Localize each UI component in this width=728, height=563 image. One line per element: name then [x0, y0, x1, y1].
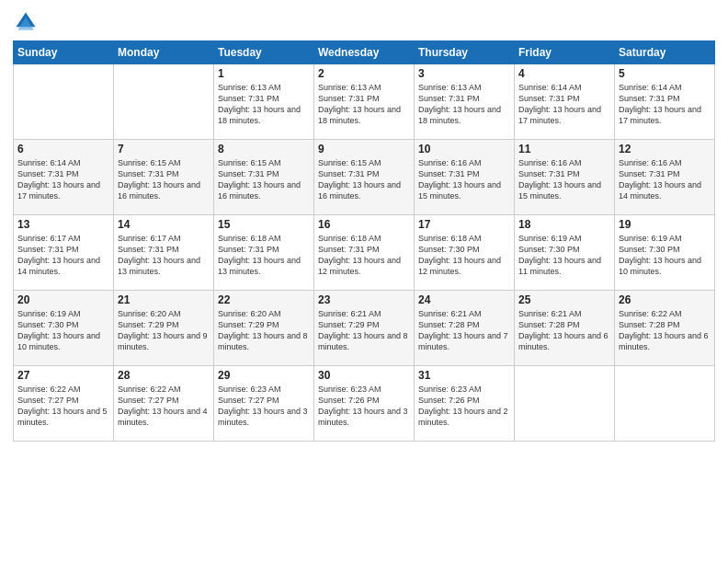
day-info: Sunrise: 6:23 AM Sunset: 7:26 PM Dayligh… [418, 384, 510, 429]
day-cell: 7Sunrise: 6:15 AM Sunset: 7:31 PM Daylig… [114, 140, 214, 215]
day-number: 10 [418, 143, 510, 155]
day-cell: 4Sunrise: 6:14 AM Sunset: 7:31 PM Daylig… [515, 64, 615, 140]
day-info: Sunrise: 6:20 AM Sunset: 7:29 PM Dayligh… [218, 308, 310, 353]
day-number: 19 [619, 218, 711, 231]
day-number: 1 [218, 67, 310, 80]
day-cell: 25Sunrise: 6:21 AM Sunset: 7:28 PM Dayli… [515, 291, 615, 366]
day-info: Sunrise: 6:13 AM Sunset: 7:31 PM Dayligh… [418, 82, 510, 127]
day-number: 14 [118, 218, 210, 231]
logo [13, 9, 42, 35]
day-number: 15 [218, 218, 310, 231]
weekday-header-saturday: Saturday [615, 41, 715, 64]
day-number: 17 [418, 218, 510, 231]
day-info: Sunrise: 6:16 AM Sunset: 7:31 PM Dayligh… [418, 157, 510, 202]
day-info: Sunrise: 6:19 AM Sunset: 7:30 PM Dayligh… [619, 233, 711, 278]
weekday-header-tuesday: Tuesday [214, 41, 314, 64]
day-number: 5 [619, 67, 711, 80]
day-info: Sunrise: 6:14 AM Sunset: 7:31 PM Dayligh… [17, 157, 109, 202]
day-cell: 16Sunrise: 6:18 AM Sunset: 7:31 PM Dayli… [314, 215, 415, 291]
day-info: Sunrise: 6:17 AM Sunset: 7:31 PM Dayligh… [17, 233, 109, 278]
day-cell: 10Sunrise: 6:16 AM Sunset: 7:31 PM Dayli… [415, 140, 515, 215]
day-info: Sunrise: 6:17 AM Sunset: 7:31 PM Dayligh… [118, 233, 210, 278]
week-row-2: 6Sunrise: 6:14 AM Sunset: 7:31 PM Daylig… [14, 140, 715, 215]
header [13, 9, 715, 35]
day-number: 3 [418, 67, 510, 80]
day-number: 20 [17, 293, 109, 306]
week-row-4: 20Sunrise: 6:19 AM Sunset: 7:30 PM Dayli… [14, 291, 715, 366]
day-number: 23 [318, 293, 410, 306]
day-cell: 29Sunrise: 6:23 AM Sunset: 7:27 PM Dayli… [214, 366, 314, 442]
day-number: 11 [518, 143, 610, 155]
day-info: Sunrise: 6:19 AM Sunset: 7:30 PM Dayligh… [518, 233, 610, 278]
day-cell: 20Sunrise: 6:19 AM Sunset: 7:30 PM Dayli… [14, 291, 114, 366]
day-cell: 3Sunrise: 6:13 AM Sunset: 7:31 PM Daylig… [415, 64, 515, 140]
calendar: SundayMondayTuesdayWednesdayThursdayFrid… [13, 40, 715, 442]
day-cell: 21Sunrise: 6:20 AM Sunset: 7:29 PM Dayli… [114, 291, 214, 366]
weekday-header-thursday: Thursday [415, 41, 515, 64]
day-info: Sunrise: 6:22 AM Sunset: 7:27 PM Dayligh… [118, 384, 210, 429]
day-number: 29 [218, 369, 310, 382]
day-cell: 31Sunrise: 6:23 AM Sunset: 7:26 PM Dayli… [415, 366, 515, 442]
week-row-5: 27Sunrise: 6:22 AM Sunset: 7:27 PM Dayli… [14, 366, 715, 442]
day-number: 21 [118, 293, 210, 306]
day-info: Sunrise: 6:14 AM Sunset: 7:31 PM Dayligh… [619, 82, 711, 127]
day-info: Sunrise: 6:21 AM Sunset: 7:29 PM Dayligh… [318, 308, 410, 353]
day-number: 26 [619, 293, 711, 306]
page: SundayMondayTuesdayWednesdayThursdayFrid… [0, 0, 728, 563]
day-cell: 28Sunrise: 6:22 AM Sunset: 7:27 PM Dayli… [114, 366, 214, 442]
day-cell [114, 64, 214, 140]
day-info: Sunrise: 6:18 AM Sunset: 7:31 PM Dayligh… [218, 233, 310, 278]
day-number: 7 [118, 143, 210, 155]
day-cell: 26Sunrise: 6:22 AM Sunset: 7:28 PM Dayli… [615, 291, 715, 366]
day-number: 4 [518, 67, 610, 80]
day-info: Sunrise: 6:21 AM Sunset: 7:28 PM Dayligh… [518, 308, 610, 353]
week-row-3: 13Sunrise: 6:17 AM Sunset: 7:31 PM Dayli… [14, 215, 715, 291]
day-info: Sunrise: 6:13 AM Sunset: 7:31 PM Dayligh… [218, 82, 310, 127]
day-number: 25 [518, 293, 610, 306]
day-info: Sunrise: 6:13 AM Sunset: 7:31 PM Dayligh… [318, 82, 410, 127]
day-number: 8 [218, 143, 310, 155]
weekday-header-wednesday: Wednesday [314, 41, 415, 64]
day-number: 13 [17, 218, 109, 231]
week-row-1: 1Sunrise: 6:13 AM Sunset: 7:31 PM Daylig… [14, 64, 715, 140]
day-number: 9 [318, 143, 410, 155]
day-number: 6 [17, 143, 109, 155]
day-number: 12 [619, 143, 711, 155]
day-info: Sunrise: 6:20 AM Sunset: 7:29 PM Dayligh… [118, 308, 210, 353]
day-number: 22 [218, 293, 310, 306]
day-cell: 22Sunrise: 6:20 AM Sunset: 7:29 PM Dayli… [214, 291, 314, 366]
day-cell: 15Sunrise: 6:18 AM Sunset: 7:31 PM Dayli… [214, 215, 314, 291]
day-number: 2 [318, 67, 410, 80]
day-number: 30 [318, 369, 410, 382]
day-info: Sunrise: 6:18 AM Sunset: 7:31 PM Dayligh… [318, 233, 410, 278]
day-cell: 27Sunrise: 6:22 AM Sunset: 7:27 PM Dayli… [14, 366, 114, 442]
day-info: Sunrise: 6:15 AM Sunset: 7:31 PM Dayligh… [218, 157, 310, 202]
day-cell: 6Sunrise: 6:14 AM Sunset: 7:31 PM Daylig… [14, 140, 114, 215]
day-info: Sunrise: 6:15 AM Sunset: 7:31 PM Dayligh… [318, 157, 410, 202]
day-cell: 30Sunrise: 6:23 AM Sunset: 7:26 PM Dayli… [314, 366, 415, 442]
day-info: Sunrise: 6:22 AM Sunset: 7:28 PM Dayligh… [619, 308, 711, 353]
day-number: 28 [118, 369, 210, 382]
day-cell: 17Sunrise: 6:18 AM Sunset: 7:30 PM Dayli… [415, 215, 515, 291]
weekday-header-friday: Friday [515, 41, 615, 64]
day-cell: 2Sunrise: 6:13 AM Sunset: 7:31 PM Daylig… [314, 64, 415, 140]
weekday-header-monday: Monday [114, 41, 214, 64]
day-info: Sunrise: 6:15 AM Sunset: 7:31 PM Dayligh… [118, 157, 210, 202]
day-cell [14, 64, 114, 140]
day-info: Sunrise: 6:19 AM Sunset: 7:30 PM Dayligh… [17, 308, 109, 353]
day-info: Sunrise: 6:14 AM Sunset: 7:31 PM Dayligh… [518, 82, 610, 127]
day-info: Sunrise: 6:16 AM Sunset: 7:31 PM Dayligh… [518, 157, 610, 202]
day-cell: 5Sunrise: 6:14 AM Sunset: 7:31 PM Daylig… [615, 64, 715, 140]
day-number: 24 [418, 293, 510, 306]
weekday-header-row: SundayMondayTuesdayWednesdayThursdayFrid… [14, 41, 715, 64]
day-cell: 23Sunrise: 6:21 AM Sunset: 7:29 PM Dayli… [314, 291, 415, 366]
day-cell: 8Sunrise: 6:15 AM Sunset: 7:31 PM Daylig… [214, 140, 314, 215]
day-cell: 12Sunrise: 6:16 AM Sunset: 7:31 PM Dayli… [615, 140, 715, 215]
day-cell: 24Sunrise: 6:21 AM Sunset: 7:28 PM Dayli… [415, 291, 515, 366]
day-info: Sunrise: 6:18 AM Sunset: 7:30 PM Dayligh… [418, 233, 510, 278]
day-number: 27 [17, 369, 109, 382]
day-cell: 19Sunrise: 6:19 AM Sunset: 7:30 PM Dayli… [615, 215, 715, 291]
day-info: Sunrise: 6:22 AM Sunset: 7:27 PM Dayligh… [17, 384, 109, 429]
day-cell: 13Sunrise: 6:17 AM Sunset: 7:31 PM Dayli… [14, 215, 114, 291]
logo-icon [13, 9, 39, 35]
